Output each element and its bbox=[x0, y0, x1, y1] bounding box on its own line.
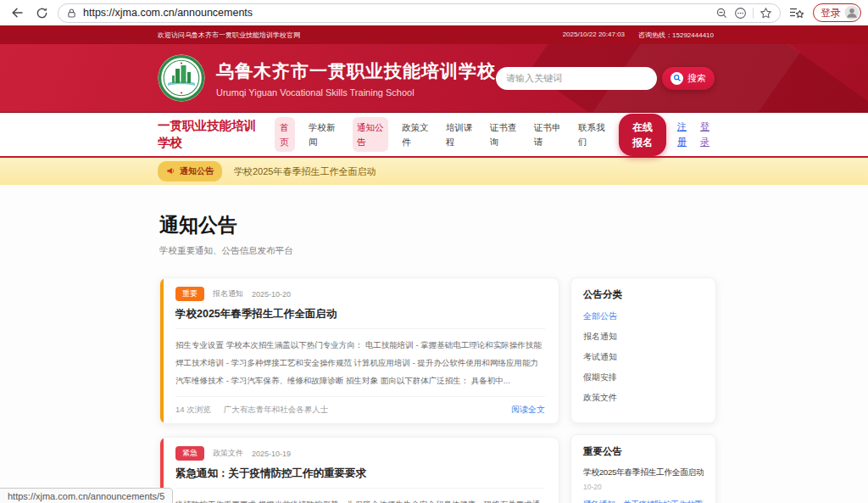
important-item-date: 10-20 bbox=[583, 483, 704, 491]
important-item-title[interactable]: 紧急通知：关于疫情防控工作的重要要求 bbox=[583, 500, 704, 503]
announcement-excerpt: 疫情防控工作重要要求 根据当前疫情防控形势，为保障全体师生生命安全和身体健康，现… bbox=[175, 495, 545, 503]
category-exam[interactable]: 考试通知 bbox=[583, 351, 704, 363]
announcement-category: 政策文件 bbox=[213, 448, 243, 459]
card-accent-stripe bbox=[160, 278, 164, 423]
nav-brand: 一贯职业技能培训学校 bbox=[158, 118, 261, 151]
address-bar[interactable]: https://xjma.com.cn/announcements bbox=[58, 3, 781, 23]
collections-icon[interactable] bbox=[788, 4, 805, 21]
login-link[interactable]: 登录 bbox=[700, 120, 710, 149]
page-title: 通知公告 bbox=[159, 212, 716, 238]
read-more-link[interactable]: 阅读全文 bbox=[511, 404, 545, 416]
online-signup-button[interactable]: 在线报名 bbox=[619, 114, 666, 156]
search-icon bbox=[670, 72, 683, 85]
announcement-date: 2025-10-20 bbox=[252, 290, 291, 299]
favorite-star-icon[interactable] bbox=[760, 7, 772, 20]
reload-icon[interactable] bbox=[33, 4, 50, 21]
school-name: 乌鲁木齐市一贯职业技能培训学校 bbox=[216, 59, 496, 83]
avatar-icon bbox=[844, 5, 860, 20]
nav-item-home[interactable]: 首页 bbox=[275, 117, 295, 153]
browser-login-label: 登录 bbox=[821, 6, 841, 20]
search-input[interactable] bbox=[496, 67, 657, 90]
important-item[interactable]: 学校2025年春季招生工作全面启动 10-20 bbox=[583, 467, 704, 491]
welcome-text: 欢迎访问乌鲁木齐市一贯职业技能培训学校官网 bbox=[158, 31, 300, 40]
page-subtitle: 学校重要通知、公告信息发布平台 bbox=[159, 245, 716, 257]
url-text[interactable]: https://xjma.com.cn/announcements bbox=[83, 7, 709, 19]
megaphone-icon bbox=[166, 164, 175, 179]
nav-item-courses[interactable]: 培训课程 bbox=[446, 120, 476, 149]
category-enrollment[interactable]: 报名通知 bbox=[583, 331, 704, 343]
category-holiday[interactable]: 假期安排 bbox=[583, 372, 704, 383]
notice-badge-label: 通知公告 bbox=[180, 165, 214, 177]
important-panel: 重要公告 学校2025年春季招生工作全面启动 10-20 紧急通知：关于疫情防控… bbox=[570, 434, 716, 503]
nav-item-cert-query[interactable]: 证书查询 bbox=[490, 120, 520, 149]
school-logo bbox=[158, 54, 205, 102]
zoom-out-icon[interactable] bbox=[715, 7, 728, 20]
announcement-category: 报名通知 bbox=[213, 288, 243, 299]
notice-badge: 通知公告 bbox=[158, 161, 222, 182]
priority-badge: 重要 bbox=[175, 287, 204, 301]
priority-badge: 紧急 bbox=[175, 446, 204, 461]
announcement-audience: 广大有志青年和社会各界人士 bbox=[224, 405, 329, 416]
category-policy[interactable]: 政策文件 bbox=[583, 392, 704, 404]
important-item[interactable]: 紧急通知：关于疫情防控工作的重要要求 10-19 bbox=[583, 500, 704, 503]
nav-item-news[interactable]: 学校新闻 bbox=[309, 120, 339, 149]
back-icon[interactable] bbox=[8, 4, 25, 21]
announcement-card[interactable]: 紧急 政策文件 2025-10-19 紧急通知：关于疫情防控工作的重要要求 疫情… bbox=[159, 437, 559, 503]
category-all[interactable]: 全部公告 bbox=[583, 310, 704, 322]
hotline-text: 咨询热线：15292444410 bbox=[638, 31, 714, 40]
datetime-text: 2025/10/22 20:47:03 bbox=[563, 31, 625, 40]
nav-item-contact[interactable]: 联系我们 bbox=[578, 120, 609, 149]
browser-chrome: https://xjma.com.cn/announcements 登录 bbox=[0, 0, 868, 25]
divider bbox=[753, 8, 754, 19]
lock-icon bbox=[66, 8, 77, 19]
announcement-title[interactable]: 紧急通知：关于疫情防控工作的重要要求 bbox=[175, 467, 545, 489]
main-content: 通知公告 学校重要通知、公告信息发布平台 重要 报名通知 2025-10-20 … bbox=[0, 185, 868, 503]
top-info-bar: 欢迎访问乌鲁木齐市一贯职业技能培训学校官网 2025/10/22 20:47:0… bbox=[0, 25, 868, 44]
nav-item-policies[interactable]: 政策文件 bbox=[402, 120, 432, 149]
register-link[interactable]: 注册 bbox=[677, 120, 687, 149]
more-options-icon[interactable] bbox=[734, 7, 747, 20]
category-panel: 公告分类 全部公告 报名通知 考试通知 假期安排 政策文件 bbox=[570, 277, 716, 423]
status-link-preview: https://xjma.com.cn/announcements/5 bbox=[0, 488, 173, 503]
notice-ticker-bar: 通知公告 学校2025年春季招生工作全面启动 bbox=[0, 158, 868, 185]
view-count: 14 次浏览 bbox=[175, 405, 211, 416]
important-panel-title: 重要公告 bbox=[583, 445, 704, 458]
category-panel-title: 公告分类 bbox=[583, 288, 704, 301]
announcement-excerpt: 招生专业设置 学校本次招生涵盖以下热门专业方向： 电工技能培训 - 掌握基础电工… bbox=[175, 336, 545, 389]
browser-login-button[interactable]: 登录 bbox=[813, 3, 861, 22]
nav-item-announcements[interactable]: 通知公告 bbox=[353, 117, 388, 153]
search-button[interactable]: 搜索 bbox=[662, 67, 715, 90]
announcement-date: 2025-10-19 bbox=[252, 450, 291, 458]
search-button-label: 搜索 bbox=[687, 72, 706, 85]
notice-ticker-text[interactable]: 学校2025年春季招生工作全面启动 bbox=[234, 165, 376, 178]
announcement-title[interactable]: 学校2025年春季招生工作全面启动 bbox=[175, 307, 545, 329]
site-header: 乌鲁木齐市一贯职业技能培训学校 Urumqi Yiguan Vocational… bbox=[0, 44, 868, 113]
announcement-card[interactable]: 重要 报名通知 2025-10-20 学校2025年春季招生工作全面启动 招生专… bbox=[159, 277, 559, 424]
important-item-title[interactable]: 学校2025年春季招生工作全面启动 bbox=[583, 467, 704, 478]
nav-item-cert-apply[interactable]: 证书申请 bbox=[534, 120, 565, 149]
school-name-en: Urumqi Yiguan Vocational Skills Training… bbox=[216, 87, 496, 98]
main-navigation: 一贯职业技能培训学校 首页 学校新闻 通知公告 政策文件 培训课程 证书查询 证… bbox=[0, 113, 868, 158]
